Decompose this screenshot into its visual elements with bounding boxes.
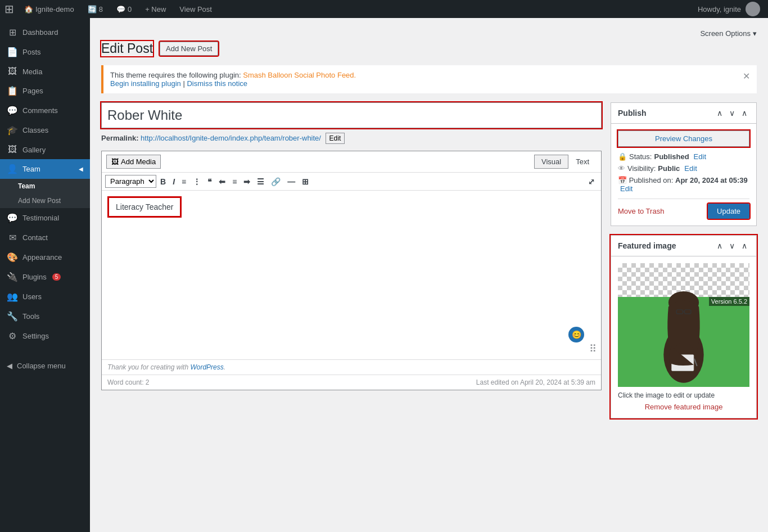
sidebar-item-tools[interactable]: 🔧 Tools <box>0 306 90 326</box>
publish-panel-title: Publish <box>618 109 647 118</box>
update-button[interactable]: Update <box>708 204 749 219</box>
visibility-label: Visibility: <box>627 164 656 173</box>
editor-content-text: Literacy Teacher <box>109 197 180 217</box>
updates-icon: 🔄 <box>88 5 97 13</box>
publish-panel-toggle-btn[interactable]: ∧ <box>739 107 749 119</box>
sidebar-item-classes[interactable]: 🎓 Classes <box>0 120 90 140</box>
submenu-item-add-new-post[interactable]: Add New Post <box>0 193 90 208</box>
unordered-list-btn[interactable]: ≡ <box>179 175 189 188</box>
permalink-label: Permalink: <box>101 134 138 142</box>
featured-image-title: Featured image <box>618 241 676 250</box>
comments-link[interactable]: 💬 0 <box>113 5 135 13</box>
status-edit-link[interactable]: Edit <box>694 152 706 161</box>
updates-link[interactable]: 🔄 8 <box>84 5 106 13</box>
sidebar-item-appearance[interactable]: 🎨 Appearance <box>0 247 90 267</box>
admin-sidebar: ⊞ Dashboard 📄 Posts 🖼 Media 📋 Pages 💬 Co… <box>0 18 90 532</box>
plugin-notice: This theme requires the following plugin… <box>101 65 757 93</box>
text-tab[interactable]: Text <box>568 155 597 169</box>
editor-resize-handle[interactable]: ⠿ <box>589 342 597 355</box>
plugin-link[interactable]: Smash Balloon Social Photo Feed. <box>243 71 356 79</box>
more-btn[interactable]: — <box>284 175 298 188</box>
team-icon: 👤 <box>7 164 18 174</box>
notice-dismiss-btn[interactable]: ✕ <box>743 71 750 82</box>
new-content-link[interactable]: + New <box>142 5 169 13</box>
ordered-list-btn[interactable]: ⋮ <box>190 175 204 188</box>
testimonial-icon: 💬 <box>7 213 18 223</box>
gallery-icon: 🖼 <box>7 145 18 155</box>
featured-image-caption: Click the image to edit or update <box>618 391 749 399</box>
classes-icon: 🎓 <box>7 125 18 136</box>
editor-wrap: 🖼 Add Media Visual Text Paragraph B I ≡ <box>101 151 602 390</box>
page-header: Edit Post Add New Post <box>101 41 757 56</box>
editor-content-area[interactable]: Literacy Teacher 😊 ⠿ <box>102 191 601 359</box>
permalink-url[interactable]: http://localhost/Ignite-demo/index.php/t… <box>141 134 321 142</box>
align-right-btn[interactable]: ➡ <box>241 175 253 188</box>
plugins-badge: 5 <box>52 273 61 281</box>
sidebar-item-pages[interactable]: 📋 Pages <box>0 81 90 101</box>
publish-panel-down-btn[interactable]: ∨ <box>727 107 737 119</box>
submenu-item-team[interactable]: Team <box>0 179 90 193</box>
featured-image-controls: ∧ ∨ ∧ <box>715 240 749 251</box>
italic-btn[interactable]: I <box>170 175 178 188</box>
begin-install-link[interactable]: Begin installing plugin <box>110 79 181 88</box>
editor-emoji-btn[interactable]: 😊 <box>568 327 584 342</box>
wordpress-link[interactable]: WordPress <box>190 363 223 371</box>
sidebar-item-gallery[interactable]: 🖼 Gallery <box>0 140 90 159</box>
user-avatar <box>746 2 760 16</box>
sidebar-item-team[interactable]: 👤 Team ◀ <box>0 159 90 179</box>
page-title: Edit Post <box>101 41 153 56</box>
sidebar-item-posts[interactable]: 📄 Posts <box>0 42 90 62</box>
visibility-edit-link[interactable]: Edit <box>684 164 697 173</box>
post-title-input[interactable] <box>101 102 602 128</box>
sidebar-item-testimonial[interactable]: 💬 Testimonial <box>0 208 90 228</box>
site-name[interactable]: 🏠 Ignite-demo <box>21 5 78 13</box>
howdy-user[interactable]: Howdy, ignite <box>694 2 764 16</box>
sidebar-item-plugins[interactable]: 🔌 Plugins 5 <box>0 267 90 287</box>
sidebar-item-media[interactable]: 🖼 Media <box>0 62 90 81</box>
published-on-label: Published on: <box>629 176 674 184</box>
publish-panel-collapse-btn[interactable]: ∧ <box>715 107 725 119</box>
site-icon: 🏠 <box>24 5 33 13</box>
blockquote-btn[interactable]: ❝ <box>205 175 215 188</box>
settings-icon: ⚙ <box>7 331 18 341</box>
move-to-trash-link[interactable]: Move to Trash <box>618 207 664 215</box>
featured-image-container: Version 6.5.2 <box>618 263 749 411</box>
publish-status-row: 🔒 Status: Published Edit <box>618 152 749 161</box>
preview-changes-button[interactable]: Preview Changes <box>618 130 749 147</box>
wp-logo-icon[interactable]: ⊞ <box>4 2 14 16</box>
featured-image-clickable[interactable]: Version 6.5.2 <box>618 263 749 387</box>
status-label: Status: <box>629 152 652 161</box>
bold-btn[interactable]: B <box>157 175 169 188</box>
sidebar-item-dashboard[interactable]: ⊞ Dashboard <box>0 22 90 42</box>
sidebar-item-settings[interactable]: ⚙ Settings <box>0 326 90 346</box>
collapse-menu-btn[interactable]: ◀ Collapse menu <box>0 357 90 375</box>
table-btn[interactable]: ⊞ <box>299 175 311 188</box>
posts-icon: 📄 <box>7 47 18 57</box>
visual-tab[interactable]: Visual <box>534 155 568 169</box>
dismiss-notice-link[interactable]: Dismiss this notice <box>187 79 247 88</box>
sidebar-item-comments[interactable]: 💬 Comments <box>0 101 90 120</box>
fullscreen-btn[interactable]: ⤢ <box>585 175 598 188</box>
add-media-button[interactable]: 🖼 Add Media <box>106 155 161 169</box>
link-btn[interactable]: 🔗 <box>268 175 283 188</box>
align-center-btn[interactable]: ≡ <box>229 175 240 188</box>
screen-options-button[interactable]: Screen Options ▾ <box>700 29 757 38</box>
featured-panel-toggle-btn[interactable]: ∧ <box>739 240 749 251</box>
add-new-post-button[interactable]: Add New Post <box>160 42 218 56</box>
align-left-btn[interactable]: ⬅ <box>216 175 228 188</box>
featured-panel-down-btn[interactable]: ∨ <box>727 240 737 251</box>
sidebar-item-users[interactable]: 👥 Users <box>0 287 90 306</box>
publish-date-edit-link[interactable]: Edit <box>620 184 633 193</box>
view-post-link[interactable]: View Post <box>176 5 215 13</box>
comments-menu-icon: 💬 <box>7 105 18 116</box>
paragraph-select[interactable]: Paragraph <box>105 175 156 188</box>
sidebar-item-contact[interactable]: ✉ Contact <box>0 228 90 247</box>
featured-panel-up-btn[interactable]: ∧ <box>715 240 725 251</box>
permalink-edit-button[interactable]: Edit <box>326 133 345 144</box>
status-icon: 🔒 <box>618 152 627 161</box>
remove-featured-image-link[interactable]: Remove featured image <box>645 403 723 411</box>
contact-icon: ✉ <box>7 232 18 243</box>
publish-panel-controls: ∧ ∨ ∧ <box>715 107 749 119</box>
align-justify-btn[interactable]: ☰ <box>254 175 267 188</box>
sidebar-panels: Publish ∧ ∨ ∧ Preview Changes 🔒 Status: … <box>611 102 757 427</box>
